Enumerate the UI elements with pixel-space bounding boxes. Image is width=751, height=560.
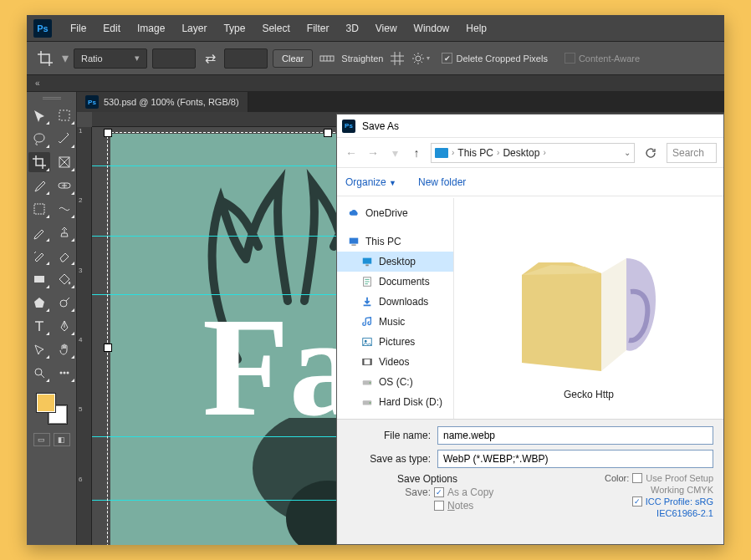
tree-item-documents[interactable]: Documents <box>337 272 453 292</box>
gradient-tool[interactable] <box>54 199 75 219</box>
menu-file[interactable]: File <box>62 23 95 34</box>
panel-grip-icon[interactable] <box>37 97 67 102</box>
menu-filter[interactable]: Filter <box>299 23 338 34</box>
app-logo: Ps <box>33 19 52 38</box>
as-copy-checkbox[interactable]: ✓ <box>434 487 444 497</box>
ruler-vertical[interactable]: 123456 <box>77 127 92 545</box>
breadcrumb-bar[interactable]: › This PC › Desktop › ⌄ <box>431 143 635 163</box>
tree-item-hard-disk-d-[interactable]: Hard Disk (D:) <box>337 392 453 412</box>
menu-view[interactable]: View <box>367 23 406 34</box>
hand-tool[interactable] <box>54 339 75 359</box>
tree-item-videos[interactable]: Videos <box>337 352 453 372</box>
refresh-icon[interactable] <box>641 144 660 162</box>
swap-dimensions-icon[interactable]: ⇄ <box>201 49 219 68</box>
pen-tool[interactable] <box>54 316 75 336</box>
explorer-body: OneDriveThis PCDesktopDocumentsDownloads… <box>337 198 723 419</box>
quick-mask-button[interactable]: ◧ <box>54 433 70 446</box>
menu-select[interactable]: Select <box>253 23 298 34</box>
search-input[interactable]: Search <box>667 143 717 163</box>
magic-wand-tool[interactable] <box>54 129 75 149</box>
crop-handle[interactable] <box>104 344 112 352</box>
menu-window[interactable]: Window <box>406 23 458 34</box>
tree-item-os-c-[interactable]: OS (C:) <box>337 372 453 392</box>
breadcrumb-dropdown-icon[interactable]: ⌄ <box>624 148 631 157</box>
tree-item-desktop[interactable]: Desktop <box>337 252 453 272</box>
pc-icon <box>347 236 360 247</box>
frame-tool[interactable] <box>54 152 75 172</box>
breadcrumb-segment[interactable]: Desktop <box>503 147 539 159</box>
svg-point-4 <box>416 56 421 61</box>
nav-back-icon[interactable]: ← <box>344 146 359 160</box>
explorer-nav-row: ← → ▾ ↑ › This PC › Desktop › ⌄ Search <box>337 138 723 168</box>
document-tab-title: 530.psd @ 100% (Fonts, RGB/8) <box>104 97 239 107</box>
ruler-tick: 3 <box>77 267 91 336</box>
brush-tool[interactable] <box>28 222 50 242</box>
nav-up-icon[interactable]: ↑ <box>409 146 424 160</box>
marquee-tool[interactable] <box>28 199 50 219</box>
menu-help[interactable]: Help <box>457 23 495 34</box>
standard-mode-button[interactable]: ▭ <box>33 433 50 446</box>
healing-brush-tool[interactable] <box>54 176 75 196</box>
crop-handle[interactable] <box>104 129 112 137</box>
tree-item-downloads[interactable]: Downloads <box>337 292 453 312</box>
delete-cropped-checkbox[interactable]: Delete Cropped Pixels <box>442 53 547 64</box>
color-sublabel: Color: <box>605 473 629 483</box>
panel-collapse-bar[interactable]: « <box>27 75 724 92</box>
options-tool[interactable] <box>54 363 75 383</box>
menu-image[interactable]: Image <box>129 23 173 34</box>
straighten-icon[interactable] <box>318 49 336 68</box>
content-aware-checkbox[interactable]: Content-Aware <box>565 53 640 64</box>
crop-handle[interactable] <box>324 129 332 137</box>
zoom-tool[interactable] <box>28 363 50 383</box>
save-type-dropdown[interactable]: WebP (*.WEBP;*.WBP) <box>437 450 713 468</box>
overlay-grid-icon[interactable] <box>388 49 406 68</box>
document-tab[interactable]: Ps 530.psd @ 100% (Fonts, RGB/8) <box>77 92 248 112</box>
crop-width-input[interactable] <box>152 48 196 69</box>
folder-item[interactable]: Gecko Http <box>505 216 672 400</box>
polygon-tool[interactable] <box>28 293 50 313</box>
direct-selection-tool[interactable] <box>28 339 50 359</box>
tree-item-onedrive[interactable]: OneDrive <box>337 203 453 223</box>
icc-profile-checkbox[interactable]: ✓ <box>632 496 642 507</box>
artboard-tool[interactable] <box>54 105 75 125</box>
foreground-color-swatch[interactable] <box>36 393 56 413</box>
crop-height-input[interactable] <box>224 48 268 69</box>
crop-tool[interactable] <box>28 152 50 172</box>
move-tool[interactable] <box>28 105 50 125</box>
ratio-dropdown[interactable]: Ratio ▾ <box>74 48 147 69</box>
organize-button[interactable]: Organize ▼ <box>345 176 396 188</box>
menu-layer[interactable]: Layer <box>173 23 215 34</box>
history-brush-tool[interactable] <box>28 246 50 266</box>
color-swatches[interactable] <box>36 393 68 425</box>
tree-item-pictures[interactable]: Pictures <box>337 332 453 352</box>
rectangle-tool[interactable] <box>28 269 50 289</box>
notes-checkbox[interactable] <box>434 501 444 511</box>
eyedropper-tool[interactable] <box>28 176 50 196</box>
menu-3d[interactable]: 3D <box>337 23 366 34</box>
menu-edit[interactable]: Edit <box>95 23 129 34</box>
eraser-tool[interactable] <box>54 246 75 266</box>
dodge-tool[interactable] <box>54 293 75 313</box>
tree-item-music[interactable]: Music <box>337 312 453 332</box>
type-tool[interactable] <box>28 316 50 336</box>
paint-bucket-tool[interactable] <box>54 269 75 289</box>
proof-setup-checkbox[interactable] <box>632 473 642 483</box>
filename-input[interactable]: name.webp <box>437 426 713 445</box>
dialog-titlebar[interactable]: Ps Save As <box>337 115 723 138</box>
lasso-tool[interactable] <box>28 129 50 149</box>
down-icon <box>360 296 374 308</box>
crop-settings-gear-icon[interactable]: ▾ <box>411 49 430 68</box>
breadcrumb-segment[interactable]: This PC <box>457 147 493 159</box>
clone-stamp-tool[interactable] <box>54 222 75 242</box>
new-folder-button[interactable]: New folder <box>418 176 466 188</box>
ps-doc-icon: Ps <box>85 95 99 109</box>
collapse-icon: « <box>35 79 40 88</box>
clear-button[interactable]: Clear <box>273 49 313 68</box>
nav-history-dropdown-icon[interactable]: ▾ <box>387 146 402 160</box>
file-list-area[interactable]: Gecko Http <box>454 198 723 419</box>
svg-rect-27 <box>370 359 372 365</box>
menu-type[interactable]: Type <box>215 23 253 34</box>
straighten-label[interactable]: Straighten <box>341 53 383 64</box>
drive-icon <box>360 376 374 388</box>
tree-item-this-pc[interactable]: This PC <box>337 232 453 252</box>
